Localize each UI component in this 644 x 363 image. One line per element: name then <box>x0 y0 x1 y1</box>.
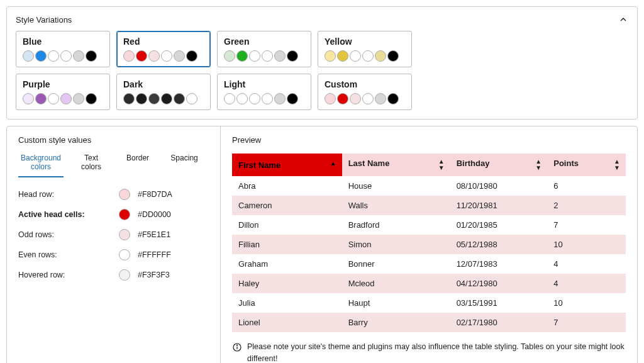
variation-card-red[interactable]: Red <box>116 31 211 67</box>
color-swatch <box>274 93 286 104</box>
cell-first: Dillon <box>232 215 342 235</box>
table-row: FillianSimon05/12/198810 <box>232 235 626 254</box>
color-swatch <box>35 50 47 62</box>
chevron-up-icon <box>618 14 628 25</box>
cell-points: 10 <box>547 293 626 313</box>
preview-pane: Preview First Name▲Last Name▲▼Birthday▲▼… <box>221 126 637 363</box>
cell-birthday: 03/15/1991 <box>450 293 548 313</box>
color-swatch <box>73 93 84 104</box>
color-swatch <box>262 50 273 62</box>
variation-title: Custom <box>325 79 405 89</box>
cell-birthday: 01/20/1985 <box>450 215 548 235</box>
cell-last: Bradford <box>342 215 450 235</box>
table-row: GrahamBonner12/07/19834 <box>232 254 626 274</box>
color-swatch <box>73 50 84 62</box>
cell-last: Haupt <box>342 293 450 313</box>
variation-title: Purple <box>23 79 103 89</box>
cell-first: Haley <box>232 274 342 293</box>
color-swatch <box>387 93 399 104</box>
style-value-hex: #F3F3F3 <box>138 271 170 279</box>
color-picker-swatch[interactable] <box>119 249 130 260</box>
color-swatch <box>350 93 361 104</box>
style-value-label: Odd rows: <box>18 230 119 239</box>
color-swatch <box>224 50 235 62</box>
color-swatch <box>287 50 298 62</box>
swatch-row <box>123 93 204 104</box>
cell-last: Barry <box>342 313 450 332</box>
cell-last: House <box>342 176 450 196</box>
variation-card-blue[interactable]: Blue <box>16 31 110 67</box>
variation-card-green[interactable]: Green <box>217 31 311 67</box>
swatch-row <box>23 50 103 62</box>
column-header-label: Points <box>553 159 579 168</box>
variation-card-purple[interactable]: Purple <box>16 74 110 110</box>
column-header-first-name[interactable]: First Name▲ <box>232 154 342 176</box>
custom-values-title: Custom style values <box>18 135 209 145</box>
style-value-hex: #FFFFFF <box>138 250 171 259</box>
color-picker-swatch[interactable] <box>119 189 130 200</box>
color-swatch <box>375 93 386 104</box>
style-value-label: Head row: <box>18 190 119 199</box>
tabs: Background colorsText colorsBorderSpacin… <box>18 154 209 177</box>
color-swatch <box>48 50 59 62</box>
cell-points: 7 <box>547 313 626 332</box>
cell-birthday: 08/10/1980 <box>450 176 548 196</box>
variation-title: Light <box>224 79 304 89</box>
column-header-last-name[interactable]: Last Name▲▼ <box>342 154 450 176</box>
cell-birthday: 02/17/1980 <box>450 313 548 332</box>
color-picker-swatch[interactable] <box>119 209 130 220</box>
color-swatch <box>337 93 348 104</box>
variation-title: Red <box>123 36 204 47</box>
style-value-hex: #F8D7DA <box>138 190 172 199</box>
color-swatch <box>161 50 172 62</box>
settings-preview-panel: Custom style values Background colorsTex… <box>6 126 638 363</box>
tab-border[interactable]: Border <box>119 154 157 177</box>
cell-first: Abra <box>232 176 342 196</box>
panel-header[interactable]: Style Variations <box>16 14 628 25</box>
color-swatch <box>325 50 336 62</box>
color-swatch <box>136 93 147 104</box>
tab-text-colors[interactable]: Text colors <box>72 154 110 177</box>
style-value-label: Hovered row: <box>18 271 119 279</box>
cell-first: Cameron <box>232 196 342 215</box>
table-row: HaleyMcleod04/12/19804 <box>232 274 626 293</box>
style-value-label: Active head cells: <box>18 210 119 219</box>
variation-title: Blue <box>23 36 103 47</box>
color-swatch <box>35 93 47 104</box>
color-swatch <box>224 93 235 104</box>
color-swatch <box>148 50 160 62</box>
color-swatch <box>287 93 298 104</box>
variation-title: Green <box>224 36 304 47</box>
info-icon <box>232 342 242 352</box>
column-header-birthday[interactable]: Birthday▲▼ <box>450 154 548 176</box>
swatch-row <box>224 93 304 104</box>
color-swatch <box>86 50 97 62</box>
cell-points: 6 <box>547 176 626 196</box>
color-swatch <box>337 50 348 62</box>
cell-last: Simon <box>342 235 450 254</box>
cell-first: Graham <box>232 254 342 274</box>
custom-values-pane: Custom style values Background colorsTex… <box>7 126 221 363</box>
color-swatch <box>174 93 185 104</box>
tab-spacing[interactable]: Spacing <box>165 154 203 177</box>
table-row: LionelBarry02/17/19807 <box>232 313 626 332</box>
color-picker-swatch[interactable] <box>119 269 130 281</box>
variation-card-yellow[interactable]: Yellow <box>318 31 412 67</box>
color-picker-swatch[interactable] <box>119 229 130 240</box>
style-value-row: Hovered row:#F3F3F3 <box>18 269 209 281</box>
table-row: JuliaHaupt03/15/199110 <box>232 293 626 313</box>
style-value-hex: #F5E1E1 <box>138 230 170 239</box>
variation-card-dark[interactable]: Dark <box>116 74 211 110</box>
variation-card-custom[interactable]: Custom <box>318 74 412 110</box>
cell-birthday: 04/12/1980 <box>450 274 548 293</box>
table-row: AbraHouse08/10/19806 <box>232 176 626 196</box>
column-header-label: First Name <box>238 160 280 170</box>
color-swatch <box>148 93 160 104</box>
tab-background-colors[interactable]: Background colors <box>18 154 64 177</box>
swatch-row <box>325 93 405 104</box>
column-header-label: Last Name <box>348 159 390 168</box>
variation-card-light[interactable]: Light <box>217 74 311 110</box>
style-variations-panel: Style Variations BlueRedGreenYellowPurpl… <box>6 6 638 120</box>
color-swatch <box>387 50 399 62</box>
column-header-points[interactable]: Points▲▼ <box>547 154 626 176</box>
